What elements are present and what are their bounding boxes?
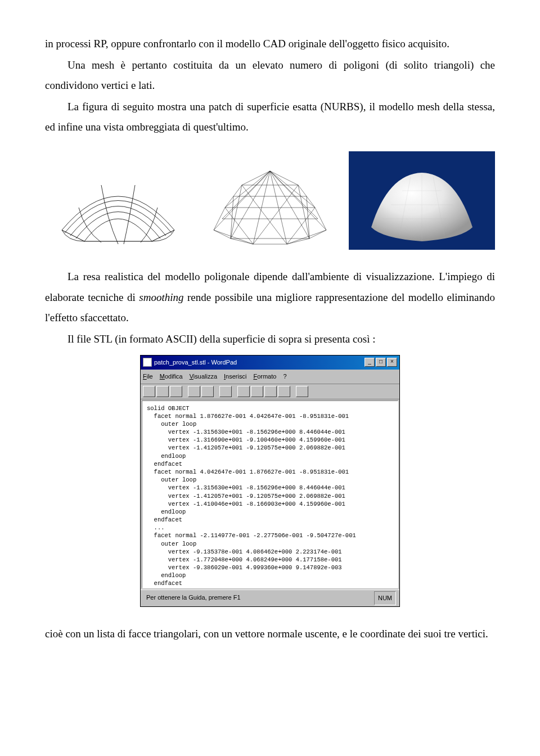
maximize-button[interactable]: □	[376, 358, 386, 367]
paragraph-4: La resa realistica del modello poligonal…	[45, 267, 495, 327]
toolbar-copy-icon[interactable]	[251, 386, 263, 397]
menu-edit[interactable]: Modifica	[160, 371, 183, 382]
status-message: Per ottenere la Guida, premere F1	[144, 591, 243, 605]
figure-nurbs-wireframe	[45, 151, 191, 250]
window-controls: _ □ ×	[364, 358, 397, 367]
toolbar-date-icon[interactable]	[296, 386, 308, 397]
menu-insert[interactable]: Inserisci	[224, 371, 246, 382]
document-icon	[143, 358, 152, 367]
toolbar-cut-icon[interactable]	[237, 386, 250, 397]
titlebar: patch_prova_stl.stl - WordPad _ □ ×	[141, 356, 399, 370]
menu-view[interactable]: Visualizza	[190, 371, 217, 382]
paragraph-3: La figura di seguito mostra una patch di…	[45, 97, 495, 137]
minimize-button[interactable]: _	[364, 358, 375, 367]
menu-help[interactable]: ?	[283, 371, 286, 382]
menubar: File Modifica Visualizza Inserisci Forma…	[141, 370, 399, 384]
paragraph-2: Una mesh è pertanto costituita da un ele…	[45, 55, 495, 96]
text-content[interactable]: solid OBJECT facet normal 1.876627e-001 …	[142, 400, 398, 588]
toolbar-save-icon[interactable]	[170, 386, 182, 397]
wordpad-screenshot: patch_prova_stl.stl - WordPad _ □ × File…	[45, 355, 495, 607]
svg-rect-1	[197, 151, 343, 250]
status-num: NUM	[374, 591, 396, 605]
paragraph-1: in processi RP, oppure confrontarlo con …	[45, 34, 495, 54]
close-button[interactable]: ×	[387, 358, 397, 367]
statusbar: Per ottenere la Guida, premere F1 NUM	[141, 590, 399, 606]
toolbar-print-icon[interactable]	[188, 386, 200, 397]
toolbar-open-icon[interactable]	[156, 386, 169, 397]
toolbar-new-icon[interactable]	[143, 386, 155, 397]
toolbar-undo-icon[interactable]	[278, 386, 290, 397]
toolbar	[141, 384, 399, 399]
figure-shaded-render	[349, 151, 495, 250]
window-title: patch_prova_stl.stl - WordPad	[154, 357, 237, 368]
paragraph-5: Il file STL (in formato ASCII) della sup…	[45, 329, 495, 349]
wordpad-window: patch_prova_stl.stl - WordPad _ □ × File…	[140, 355, 400, 607]
toolbar-preview-icon[interactable]	[201, 386, 214, 397]
toolbar-find-icon[interactable]	[219, 386, 232, 397]
menu-file[interactable]: File	[143, 371, 153, 382]
figures-row	[45, 151, 495, 250]
figure-mesh-wireframe	[197, 151, 343, 250]
para4-italic: smoothing	[139, 291, 183, 303]
toolbar-paste-icon[interactable]	[264, 386, 277, 397]
menu-format[interactable]: Formato	[253, 371, 276, 382]
paragraph-6: cioè con un lista di facce triangolari, …	[45, 624, 495, 644]
